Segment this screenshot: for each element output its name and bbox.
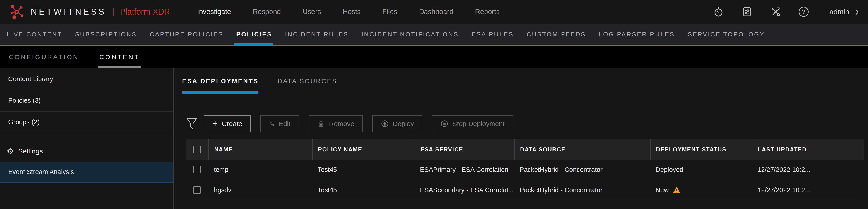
stop-deployment-button-label: Stop Deployment xyxy=(452,120,504,128)
sidebar-item-content-library[interactable]: Content Library xyxy=(0,68,173,90)
sidebar-item-label: Groups (2) xyxy=(8,118,40,126)
table-row[interactable]: temp Test45 ESAPrimary - ESA Correlation… xyxy=(186,159,864,180)
sidebar: Content Library Policies (3) Groups (2) … xyxy=(0,68,174,209)
remove-button-label: Remove xyxy=(329,120,354,128)
brand-product: Platform XDR xyxy=(120,7,170,17)
main-tabs: ESA DEPLOYMENTS DATA SOURCES xyxy=(174,68,868,94)
tab-data-sources[interactable]: DATA SOURCES xyxy=(277,68,337,94)
deploy-icon xyxy=(381,120,389,128)
cell-esa-service: ESASecondary - ESA Correlati... xyxy=(414,186,514,194)
plus-icon: + xyxy=(213,119,218,128)
table-row[interactable]: hgsdv Test45 ESASecondary - ESA Correlat… xyxy=(186,180,864,200)
main-panel: ESA DEPLOYMENTS DATA SOURCES + Create ✎ … xyxy=(174,68,868,209)
toolbar: + Create ✎ Edit Remove xyxy=(174,115,868,132)
select-all-checkbox[interactable] xyxy=(193,146,201,153)
top-menu-reports[interactable]: Reports xyxy=(475,8,500,16)
deploy-button[interactable]: Deploy xyxy=(372,115,423,132)
active-nav-underline xyxy=(234,42,273,45)
row-checkbox[interactable] xyxy=(193,166,201,173)
nav-esa-rules[interactable]: ESA RULES xyxy=(472,24,527,45)
nav-service-topology[interactable]: SERVICE TOPOLOGY xyxy=(688,24,778,45)
sidebar-item-label: Event Stream Analysis xyxy=(8,168,74,176)
top-menu-hosts[interactable]: Hosts xyxy=(343,8,361,16)
top-menu-users[interactable]: Users xyxy=(303,8,321,16)
col-header-esa-service[interactable]: ESA SERVICE xyxy=(414,139,514,159)
nav-incident-rules[interactable]: INCIDENT RULES xyxy=(285,24,362,45)
sidebar-item-policies[interactable]: Policies (3) xyxy=(0,90,173,112)
sidebar-section-gap xyxy=(0,133,173,141)
stopwatch-icon[interactable] xyxy=(713,6,724,17)
jobs-icon[interactable] xyxy=(742,6,752,17)
tab-esa-deployments-label: ESA DEPLOYMENTS xyxy=(182,78,258,85)
edit-button[interactable]: ✎ Edit xyxy=(260,115,299,132)
filter-icon[interactable] xyxy=(186,117,197,130)
col-header-data-source[interactable]: DATA SOURCE xyxy=(514,139,650,159)
cell-name: temp xyxy=(208,166,312,173)
table-header: NAME POLICY NAME ESA SERVICE DATA SOURCE… xyxy=(186,139,864,159)
tools-icon[interactable] xyxy=(770,6,781,17)
admin-nav: LIVE CONTENT SUBSCRIPTIONS CAPTURE POLIC… xyxy=(0,24,868,47)
user-menu[interactable]: admin xyxy=(830,8,858,16)
cell-deployment-status: Deployed xyxy=(650,166,752,173)
sidebar-item-groups[interactable]: Groups (2) xyxy=(0,112,173,133)
subnav-content[interactable]: CONTENT xyxy=(98,47,141,68)
user-name: admin xyxy=(830,8,849,16)
row-checkbox[interactable] xyxy=(193,186,201,194)
cell-last-updated: 12/27/2022 10:2... xyxy=(752,186,864,194)
top-menu-investigate[interactable]: Investigate xyxy=(197,8,231,16)
sidebar-item-event-stream-analysis[interactable]: Event Stream Analysis xyxy=(0,161,173,183)
nav-live-content[interactable]: LIVE CONTENT xyxy=(7,24,75,45)
cell-deployment-status: New xyxy=(650,186,752,194)
stop-icon xyxy=(440,120,448,128)
nav-policies-label: POLICIES xyxy=(236,31,272,38)
col-header-policy-name[interactable]: POLICY NAME xyxy=(312,139,414,159)
remove-button[interactable]: Remove xyxy=(309,115,363,132)
select-all-cell xyxy=(186,139,208,159)
active-tab-underline xyxy=(182,91,258,94)
top-menu-dashboard[interactable]: Dashboard xyxy=(419,8,454,16)
tab-esa-deployments[interactable]: ESA DEPLOYMENTS xyxy=(182,68,258,94)
top-menu-respond[interactable]: Respond xyxy=(253,8,281,16)
cell-policy-name: Test45 xyxy=(312,186,414,194)
edit-button-label: Edit xyxy=(279,120,290,128)
subnav-configuration[interactable]: CONFIGURATION xyxy=(7,47,81,68)
col-header-name[interactable]: NAME xyxy=(208,139,312,159)
netwitness-app: NETWITNESS | Platform XDR Investigate Re… xyxy=(0,0,868,209)
nav-incident-notifications[interactable]: INCIDENT NOTIFICATIONS xyxy=(362,24,472,45)
stop-deployment-button[interactable]: Stop Deployment xyxy=(432,115,513,132)
settings-label: Settings xyxy=(18,147,42,155)
nav-policies[interactable]: POLICIES xyxy=(236,24,285,45)
create-button[interactable]: + Create xyxy=(204,115,251,132)
row-checkbox-cell xyxy=(186,166,208,173)
brand-separator: | xyxy=(113,7,115,17)
pencil-icon: ✎ xyxy=(269,120,275,128)
sidebar-item-label: Policies (3) xyxy=(8,97,40,104)
row-checkbox-cell xyxy=(186,186,208,194)
cell-policy-name: Test45 xyxy=(312,166,414,173)
sidebar-settings-header[interactable]: ⚙ Settings xyxy=(0,141,173,161)
trash-icon xyxy=(317,120,325,128)
nav-log-parser-rules[interactable]: LOG PARSER RULES xyxy=(599,24,688,45)
deploy-button-label: Deploy xyxy=(393,120,414,128)
subnav-content-label: CONTENT xyxy=(99,54,140,61)
warning-icon xyxy=(673,186,680,193)
top-menu-files[interactable]: Files xyxy=(382,8,397,16)
brand[interactable]: NETWITNESS | Platform XDR xyxy=(10,4,170,20)
nav-custom-feeds[interactable]: CUSTOM FEEDS xyxy=(527,24,599,45)
cell-data-source: PacketHybrid - Concentrator xyxy=(514,166,650,173)
cell-esa-service: ESAPrimary - ESA Correlation xyxy=(414,166,514,173)
cell-name: hgsdv xyxy=(208,186,312,194)
col-header-last-updated[interactable]: LAST UPDATED xyxy=(752,139,864,159)
chevron-right-icon xyxy=(853,9,859,15)
active-subnav-underline xyxy=(98,66,141,68)
policies-subnav: CONFIGURATION CONTENT xyxy=(0,47,868,68)
top-bar-icons: ? admin xyxy=(713,6,858,17)
nav-subscriptions[interactable]: SUBSCRIPTIONS xyxy=(75,24,150,45)
sidebar-item-label: Content Library xyxy=(8,75,53,83)
status-text: New xyxy=(655,186,669,194)
create-button-label: Create xyxy=(222,120,242,128)
help-icon[interactable]: ? xyxy=(799,7,809,17)
content-area: Content Library Policies (3) Groups (2) … xyxy=(0,68,868,209)
nav-capture-policies[interactable]: CAPTURE POLICIES xyxy=(150,24,236,45)
col-header-deployment-status[interactable]: DEPLOYMENT STATUS xyxy=(650,139,752,159)
